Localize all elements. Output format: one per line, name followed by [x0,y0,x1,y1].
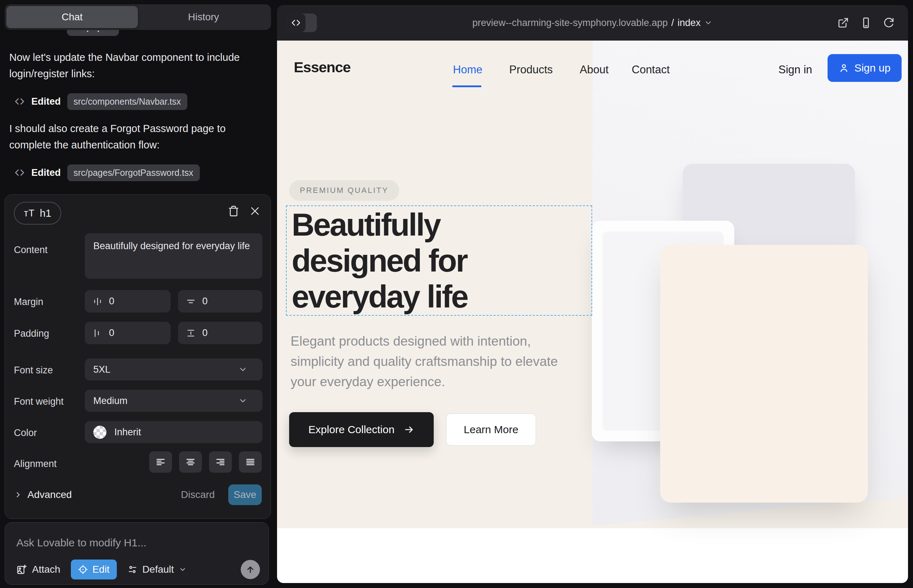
chat-message: I should also create a Forgot Password p… [9,120,256,153]
image-plus-icon [16,564,27,575]
code-icon [14,96,25,107]
scrolled-chip-peek [67,30,119,36]
code-icon [14,167,25,178]
font-weight-label: Font weight [14,396,64,407]
arrow-up-icon [245,564,255,575]
composer-placeholder[interactable]: Ask Lovable to modify H1... [16,537,146,549]
chat-composer[interactable]: Ask Lovable to modify H1... Attach Edit [5,522,269,585]
edited-label: Edited [31,167,61,178]
explore-collection-button[interactable]: Explore Collection [289,412,434,447]
margin-vertical-icon [186,297,196,307]
file-chip[interactable]: src/components/Navbar.tsx [67,93,188,110]
chevron-down-icon [238,365,248,374]
tab-history[interactable]: History [138,6,269,28]
nav-link-about[interactable]: About [580,63,609,76]
element-selection-outline[interactable]: Beautifully designed for everyday life [286,205,592,316]
url-domain: preview--charming-site-symphony.lovable.… [473,18,668,29]
site-navbar: Essence Home Products About Contact Sign… [277,40,908,94]
panel-footer: Advanced Discard Save [14,484,262,506]
chat-message: Now let's update the Navbar component to… [9,49,256,82]
padding-x-input[interactable]: 0 [85,322,170,344]
close-panel-button[interactable] [248,204,262,218]
target-icon [78,564,88,575]
delete-element-button[interactable] [227,204,241,218]
chevron-down-icon [238,396,248,405]
send-button[interactable] [241,560,260,579]
align-center-button[interactable] [179,451,202,473]
site-logo[interactable]: Essence [294,59,350,76]
trash-icon [228,205,239,217]
attach-button[interactable]: Attach [16,564,60,575]
content-label: Content [14,244,48,255]
user-icon [839,63,849,73]
content-input[interactable]: Beautifully designed for everyday life [85,233,262,279]
align-left-icon [155,457,166,467]
nav-link-home[interactable]: Home [453,63,482,76]
model-selector[interactable]: Default [128,564,187,575]
discard-button[interactable]: Discard [174,486,222,504]
chevron-down-icon [704,18,712,27]
margin-label: Margin [14,297,44,307]
align-right-button[interactable] [209,451,232,473]
composer-toolbar: Attach Edit Default [16,559,260,580]
font-weight-select[interactable]: Medium [85,390,262,412]
padding-y-input[interactable]: 0 [178,322,262,344]
element-editor-panel: тT h1 Content Beautifully designed for e… [5,194,271,519]
margin-y-input[interactable]: 0 [178,290,262,312]
sidebar-tabbar: Chat History [5,4,271,30]
color-label: Color [14,428,37,438]
chat-sidebar: Chat History Now let's update the Navbar… [0,0,277,588]
hero-subtext: Elegant products designed with intention… [291,331,579,392]
selected-element-tag: тT h1 [14,202,61,225]
chevron-down-icon [179,565,186,573]
padding-label: Padding [14,328,49,339]
edited-file-row[interactable]: Edited src/components/Navbar.tsx [14,92,187,111]
site-canvas: Essence Home Products About Contact Sign… [277,40,908,583]
hero-cta-row: Explore Collection Learn More [289,412,536,447]
padding-vertical-icon [186,328,196,338]
margin-x-input[interactable]: 0 [85,290,170,312]
align-center-icon [185,457,196,467]
alignment-group [149,451,262,473]
refresh-icon[interactable] [883,17,895,29]
save-button[interactable]: Save [228,485,262,505]
file-chip[interactable]: src/pages/ForgotPassword.tsx [67,165,200,181]
nav-link-products[interactable]: Products [509,63,553,76]
margin-horizontal-icon [92,297,102,307]
color-swatch [93,426,107,439]
edited-label: Edited [31,96,61,107]
open-external-icon[interactable] [837,17,849,29]
nav-active-underline [452,86,481,87]
align-right-icon [215,457,226,467]
url-bar[interactable]: preview--charming-site-symphony.lovable.… [277,5,908,40]
align-justify-icon [245,457,256,467]
learn-more-button[interactable]: Learn More [446,413,536,446]
nav-link-contact[interactable]: Contact [632,63,670,76]
signup-button[interactable]: Sign up [827,54,902,82]
edited-file-row[interactable]: Edited src/pages/ForgotPassword.tsx [14,163,200,182]
padding-horizontal-icon [92,328,102,338]
url-page: index [678,18,701,29]
align-justify-button[interactable] [239,451,262,473]
arrow-right-icon [404,424,414,435]
preview-actions [837,5,895,40]
close-icon [249,205,261,217]
tab-chat[interactable]: Chat [6,6,138,28]
decor-card-cream [660,245,868,502]
color-select[interactable]: Inherit [85,421,262,443]
sliders-icon [128,564,138,575]
edit-mode-pill[interactable]: Edit [71,559,117,580]
align-left-button[interactable] [149,451,172,473]
font-size-label: Font size [14,365,53,376]
url-separator: / [671,18,674,29]
lovable-app: Chat History Now let's update the Navbar… [0,0,913,588]
signin-link[interactable]: Sign in [779,63,812,76]
typography-icon: тT [24,208,35,219]
premium-badge: PREMIUM QUALITY [289,180,399,201]
advanced-toggle[interactable]: Advanced [14,489,72,501]
chevron-right-icon [14,491,23,499]
preview-topbar: preview--charming-site-symphony.lovable.… [277,5,908,40]
mobile-view-icon[interactable] [860,17,872,29]
font-size-select[interactable]: 5XL [85,359,262,381]
hero-heading[interactable]: Beautifully designed for everyday life [291,207,562,315]
